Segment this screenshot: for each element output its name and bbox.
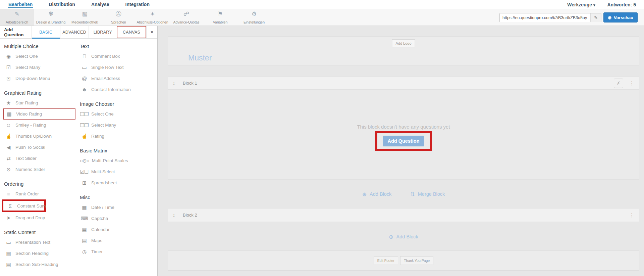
question-type-label: Timer	[91, 249, 103, 254]
eye-icon: ◉	[608, 15, 611, 20]
question-type-constant-sum[interactable]: Σ Constant Sum	[2, 199, 46, 212]
question-type-single-row-text[interactable]: ▭ Single Row Text	[80, 62, 154, 73]
heading-icon: ▤	[4, 250, 13, 257]
close-panel-button[interactable]: ✕	[146, 26, 157, 38]
question-type-presentation-text[interactable]: ▭ Presentation Text	[4, 237, 80, 248]
tab-advanced[interactable]: ADVANCED	[60, 26, 89, 38]
collapse-block-icon[interactable]: ↕	[173, 81, 178, 86]
multi-point-icon: ○⊙○	[80, 158, 89, 164]
thumbs-icon: ☝	[4, 133, 13, 139]
survey-url-input[interactable]	[500, 13, 590, 22]
question-type-select-one[interactable]: ◉ Select One	[4, 51, 80, 62]
question-type-date-time[interactable]: ▦ Date / Time	[80, 202, 154, 213]
nav-tab-bearbeiten[interactable]: Bearbeiten	[8, 1, 33, 8]
quotas-icon: ☍	[183, 11, 189, 17]
add-logo-button[interactable]: Add Logo	[392, 39, 415, 47]
question-type-star-rating[interactable]: ★ Star Rating	[4, 97, 80, 108]
question-type-maps[interactable]: ▤ Maps	[80, 235, 154, 246]
block-2-menu-icon[interactable]: ⋮	[629, 212, 634, 218]
add-block-button[interactable]: ⊕ Add Block	[362, 191, 392, 197]
panel-title: Add Question	[0, 26, 32, 38]
question-type-section-sub-heading[interactable]: ▤ Section Sub-Heading	[4, 259, 80, 270]
question-type-email-address[interactable]: @ Email Address	[80, 73, 154, 84]
toolbar-item-abschluss-optionen[interactable]: ✶ Abschluss-Optionen	[136, 9, 169, 26]
preview-button[interactable]: ◉ Vorschau	[603, 12, 638, 22]
survey-title[interactable]: Muster	[188, 53, 212, 62]
section-title-text: Text	[80, 43, 154, 49]
image-select-many-icon: ❏❐	[80, 122, 89, 128]
merge-block-button[interactable]: ⇅ Merge Block	[410, 191, 445, 197]
toolbar-item-arbeitsbereich[interactable]: ✎ Arbeitsbereich	[0, 9, 34, 26]
expand-block-icon[interactable]: ↕	[173, 213, 178, 218]
question-type-push-to-social[interactable]: ◀ Push To Social	[4, 142, 80, 153]
question-type-text-slider[interactable]: ⇄ Text Slider	[4, 153, 80, 164]
edit-url-button[interactable]: ✎	[590, 13, 601, 22]
single-row-icon: ▭	[80, 64, 89, 71]
panel-column-1: Multiple Choice ◉ Select One ☑ Select Ma…	[4, 43, 80, 270]
question-type-drag-and-drop[interactable]: ➤ Drag and Drop	[4, 212, 80, 223]
edit-footer-button[interactable]: Edit Footer	[374, 256, 398, 265]
question-type-image-select-one[interactable]: ❏❐ Select One	[80, 108, 154, 120]
tools-dropdown[interactable]: Werkzeuge ▾	[567, 2, 595, 7]
question-type-calendar[interactable]: ▦ Calendar	[80, 224, 154, 235]
question-type-contact-information[interactable]: ☻ Contact Information	[80, 84, 154, 95]
question-type-dropdown-menu[interactable]: ⊡ Drop-down Menu	[4, 73, 80, 84]
section-title-image-chooser: Image Chooser	[80, 101, 154, 107]
multi-select-icon: ☑☐	[80, 169, 89, 175]
dropdown-icon: ⊡	[4, 76, 13, 82]
question-type-video-rating[interactable]: ▦ Video Rating	[3, 108, 75, 120]
toolbar-item-medienbibliothek[interactable]: ▧ Medienbibliothek	[68, 9, 102, 26]
media-library-icon: ▧	[82, 11, 87, 17]
tab-canvas[interactable]: CANVAS	[117, 26, 146, 38]
tab-library[interactable]: LIBRARY	[89, 26, 117, 38]
question-type-label: Contact Information	[91, 87, 131, 92]
question-type-select-many[interactable]: ☑ Select Many	[4, 62, 80, 73]
plus-circle-icon: ⊕	[362, 191, 367, 197]
nav-tab-distribution[interactable]: Distribution	[48, 1, 75, 8]
question-type-label: Calendar	[91, 227, 110, 232]
question-type-multi-point-scales[interactable]: ○⊙○ Multi-Point Scales	[80, 155, 154, 166]
randomize-questions-button[interactable]: ✗	[614, 79, 623, 88]
responses-count[interactable]: Antworten: 5	[607, 2, 636, 7]
block-2-name[interactable]: Block 2	[183, 213, 197, 218]
nav-tab-analyse[interactable]: Analyse	[91, 1, 110, 8]
nav-tab-integration[interactable]: Integration	[125, 1, 150, 8]
question-type-thumbs-up-down[interactable]: ☝ Thumbs Up/Down	[4, 131, 80, 142]
toolbar-item-variablen[interactable]: ⚑ Variablen	[203, 9, 237, 26]
tools-dropdown-label: Werkzeuge	[567, 2, 592, 7]
question-type-image-rating[interactable]: ☝ Rating	[80, 131, 154, 142]
panel-header: Add Question BASIC ADVANCED LIBRARY CANV…	[0, 26, 157, 39]
add-block-button-2[interactable]: ⊕ Add Block	[389, 234, 418, 240]
question-type-image-select-many[interactable]: ❏❐ Select Many	[80, 120, 154, 131]
question-type-spreadsheet[interactable]: ⊞ Spreadsheet	[80, 177, 154, 188]
calendar-icon: ▦	[80, 227, 89, 233]
toolbar-item-label: Design & Branding	[36, 20, 66, 24]
question-type-comment-box[interactable]: ⎕ Comment Box	[80, 51, 154, 62]
question-type-smiley-rating[interactable]: ☺ Smiley - Rating	[4, 120, 80, 131]
toolbar-item-design-branding[interactable]: ✾ Design & Branding	[34, 9, 68, 26]
block-1-menu-icon[interactable]: ⋮	[629, 80, 634, 86]
toolbar-item-label: Einstellungen	[244, 20, 265, 24]
toolbar-item-advance-quotas[interactable]: ☍ Advance-Quotas	[169, 9, 203, 26]
question-type-multi-select[interactable]: ☑☐ Multi-Select	[80, 166, 154, 177]
question-type-timer[interactable]: ◷ Timer	[80, 246, 154, 257]
question-type-rank-order[interactable]: ≡ Rank Order	[4, 188, 80, 199]
merge-icon: ⇅	[410, 191, 415, 197]
block-1-name[interactable]: Block 1	[183, 81, 197, 86]
add-question-button[interactable]: Add Question	[383, 136, 424, 146]
thank-you-page-button[interactable]: Thank You Page	[400, 256, 433, 265]
subheading-icon: ▤	[4, 262, 13, 268]
captcha-icon: ⌨	[80, 216, 89, 222]
toolbar-item-label: Variablen	[213, 20, 228, 24]
toolbar-item-einstellungen[interactable]: ⚙ Einstellungen	[237, 9, 271, 26]
tab-basic[interactable]: BASIC	[32, 26, 60, 38]
section-title-static-content: Static Content	[4, 229, 80, 235]
survey-footer-card: Edit Footer Thank You Page	[168, 250, 639, 271]
question-type-numeric-slider[interactable]: ⊙ Numeric Slider	[4, 164, 80, 175]
question-type-captcha[interactable]: ⌨ Captcha	[80, 213, 154, 224]
toolbar-item-label: Abschluss-Optionen	[137, 20, 168, 24]
toolbar-item-sprachen[interactable]: Ⓐ Sprachen	[102, 9, 136, 26]
question-type-section-heading[interactable]: ▤ Section Heading	[4, 248, 80, 259]
section-title-basic-matrix: Basic Matrix	[80, 148, 154, 153]
question-type-label: Comment Box	[91, 54, 120, 59]
